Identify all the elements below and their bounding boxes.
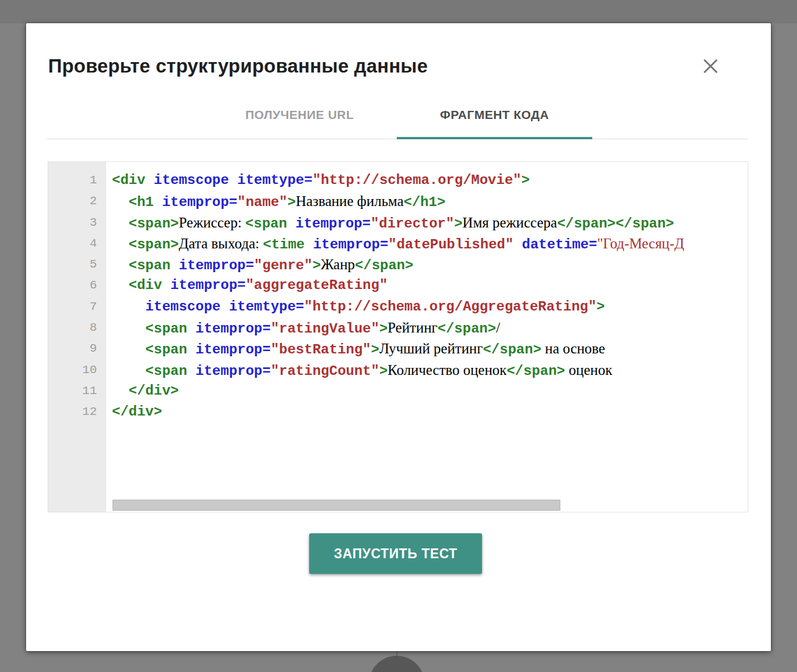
tab-fetch-url[interactable]: ПОЛУЧЕНИЕ URL [202, 108, 397, 122]
close-icon [702, 57, 719, 75]
page-background: Проверьте структурированные данные ПОЛУЧ… [0, 0, 797, 672]
background-fab-circle [369, 656, 425, 672]
gutter-line-numbers: 123456789101112 [48, 162, 106, 512]
horizontal-scrollbar-thumb[interactable] [113, 500, 560, 511]
run-test-button[interactable]: ЗАПУСТИТЬ ТЕСТ [309, 533, 482, 574]
dialog-title: Проверьте структурированные данные [48, 55, 428, 77]
page-header-background [0, 0, 797, 23]
close-button[interactable] [694, 50, 727, 82]
active-tab-indicator [397, 137, 592, 139]
structured-data-dialog: Проверьте структурированные данные ПОЛУЧ… [26, 23, 771, 651]
code-lines: <div itemscope itemtype="http://schema.o… [106, 162, 748, 512]
tab-code-snippet[interactable]: ФРАГМЕНТ КОДА [397, 108, 592, 122]
code-editor[interactable]: 123456789101112 <div itemscope itemtype=… [48, 161, 748, 512]
